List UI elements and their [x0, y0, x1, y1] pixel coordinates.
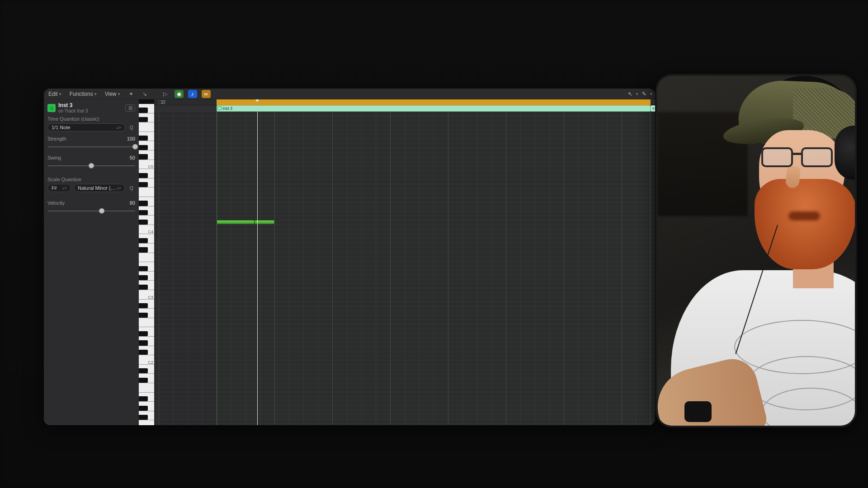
quantize-button[interactable]: Q	[128, 124, 135, 131]
strength-value: 100	[127, 136, 135, 141]
scale-quantize-button[interactable]: Q	[128, 184, 135, 192]
region-name: Inst 3	[58, 102, 88, 108]
piano-keyboard[interactable]: C5C4C3C2C1	[139, 99, 154, 425]
inspector-view-toggle[interactable]: ▥	[125, 104, 135, 112]
chevron-down-icon: ▾	[650, 92, 652, 96]
ruler-bar-number: 32	[159, 99, 165, 105]
collapse-icon[interactable]: ↘	[140, 90, 149, 98]
menu-functions[interactable]: Functions ▾	[68, 90, 99, 98]
velocity-slider[interactable]	[47, 207, 135, 215]
region-strip[interactable]: Inst 3Inst 3	[154, 105, 655, 112]
time-quantize-label: Time Quantize (classic)	[47, 116, 135, 122]
swing-value: 50	[130, 155, 135, 160]
note-area[interactable]	[154, 112, 655, 425]
link-toggle[interactable]: ∞	[202, 90, 211, 98]
menu-view-label: View	[105, 91, 117, 97]
octave-label: C2	[148, 360, 153, 365]
swing-slider[interactable]	[47, 162, 135, 169]
octave-label: C5	[148, 164, 153, 169]
playhead[interactable]	[257, 112, 258, 425]
menu-view[interactable]: View ▾	[103, 90, 122, 98]
time-quantize-select[interactable]: 1/1 Note ▵▿	[47, 123, 125, 131]
region-header-loop[interactable]: Inst 3	[651, 105, 655, 112]
chevron-down-icon: ▾	[118, 92, 120, 96]
menu-edit[interactable]: Edit ▾	[47, 90, 63, 98]
octave-label: C3	[148, 295, 153, 300]
velocity-label: Velocity	[47, 200, 65, 206]
region-header[interactable]: Inst 3	[217, 105, 651, 112]
region-subtitle: on Track Inst 3	[58, 108, 88, 113]
scale-mode-value: Natural Minor (…	[78, 185, 116, 191]
menu-edit-label: Edit	[48, 91, 58, 97]
webcam-person	[657, 76, 855, 426]
chevron-down-icon: ▾	[94, 92, 97, 96]
automation-toggle-icon[interactable]: ✦	[127, 90, 136, 98]
catch-playhead-icon[interactable]: ▷	[161, 90, 170, 98]
webcam-overlay	[656, 74, 857, 427]
scale-key-value: F#	[52, 186, 57, 191]
chevron-down-icon: ▾	[59, 92, 61, 96]
editor-toolbar: Edit ▾ Functions ▾ View ▾ ✦ ↘ ▷ ◉ ♪ ∞ ↖ …	[44, 89, 655, 99]
midi-in-toggle[interactable]: ◉	[175, 90, 184, 98]
chevron-updown-icon: ▵▿	[117, 125, 121, 130]
scale-key-select[interactable]: F# ▵▿	[47, 184, 71, 192]
chevron-down-icon: ▾	[636, 92, 638, 96]
time-quantize-value: 1/1 Note	[52, 125, 71, 130]
midi-region-icon: ♫	[47, 104, 56, 112]
pointer-tool-icon[interactable]: ↖	[628, 91, 632, 97]
loop-range[interactable]	[217, 99, 651, 105]
scale-mode-select[interactable]: Natural Minor (… ▵▿	[74, 184, 125, 192]
midi-note[interactable]	[255, 220, 274, 224]
menu-functions-label: Functions	[70, 91, 93, 97]
chevron-updown-icon: ▵▿	[117, 186, 121, 190]
pencil-tool-icon[interactable]: ✎	[642, 91, 646, 97]
midi-out-toggle[interactable]: ♪	[188, 90, 197, 98]
piano-roll-grid[interactable]: 323334353637383940 Inst 3Inst 3	[154, 99, 655, 425]
strength-label: Strength	[47, 136, 66, 141]
tool-selector[interactable]: ↖ ▾ ✎ ▾	[628, 91, 652, 97]
octave-label: C4	[148, 230, 153, 234]
scale-quantize-label: Scale Quantize	[47, 177, 135, 182]
region-inspector: ♫ Inst 3 on Track Inst 3 ▥ Time Quantize…	[44, 99, 139, 425]
chevron-updown-icon: ▵▿	[62, 186, 67, 190]
bar-ruler[interactable]: 323334353637383940	[154, 99, 655, 105]
midi-note[interactable]	[217, 220, 255, 224]
piano-roll-editor: Edit ▾ Functions ▾ View ▾ ✦ ↘ ▷ ◉ ♪ ∞ ↖ …	[44, 89, 655, 425]
strength-slider[interactable]	[47, 143, 135, 150]
swing-label: Swing	[47, 155, 61, 160]
velocity-value: 80	[130, 200, 135, 206]
